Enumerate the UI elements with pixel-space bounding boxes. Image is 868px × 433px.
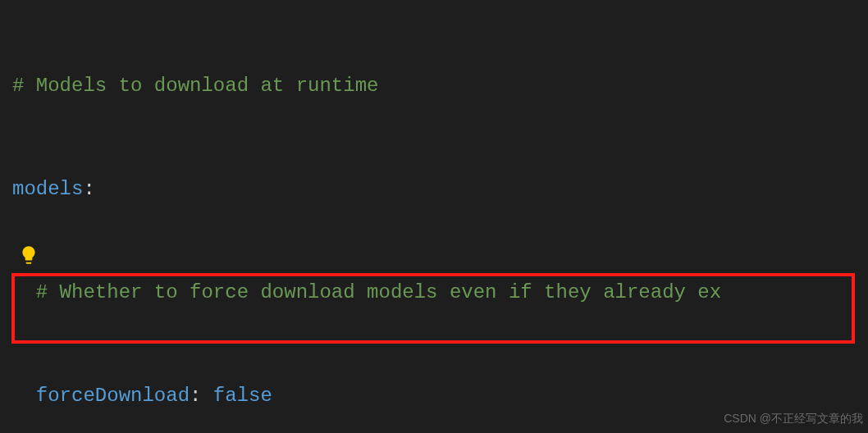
yaml-colon: : <box>83 178 94 200</box>
yaml-value: false <box>213 385 272 407</box>
yaml-key: models <box>12 178 83 200</box>
code-line[interactable]: # Whether to force download models even … <box>0 276 868 310</box>
comment-text: # Whether to force download models even … <box>36 281 721 303</box>
code-editor[interactable]: # Models to download at runtime models: … <box>0 0 868 433</box>
comment-text: # Models to download at runtime <box>12 75 378 97</box>
yaml-colon: : <box>190 385 213 407</box>
watermark-text: CSDN @不正经写文章的我 <box>724 412 863 426</box>
code-line[interactable]: # Models to download at runtime <box>0 69 868 103</box>
lightbulb-icon[interactable] <box>18 244 39 271</box>
yaml-key: forceDownload <box>36 385 190 407</box>
code-line[interactable]: forceDownload: false <box>0 379 868 413</box>
code-line[interactable]: models: <box>0 172 868 207</box>
